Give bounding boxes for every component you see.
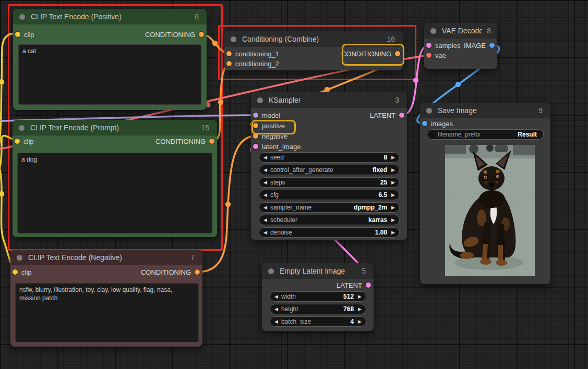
link-midpoint-dot-vae-decode-image-to-save-image[interactable] (455, 82, 461, 87)
increment-arrow-icon[interactable]: ▶ (391, 155, 395, 160)
increment-arrow-icon[interactable]: ▶ (391, 180, 395, 185)
widget-height[interactable]: ◀height768▶ (270, 304, 366, 314)
node-ksampler[interactable]: KSampler3modelpositivenegativelatent_ima… (251, 92, 407, 240)
vae-input-port[interactable] (426, 53, 431, 58)
node-clip-text-encode-positive[interactable]: CLIP Text Encode (Positive)6clipCONDITIO… (13, 9, 207, 110)
node-title: CLIP Text Encode (Positive) (31, 13, 122, 21)
link-midpoint-dot-clip-to-clip-text-encode-positive[interactable] (0, 79, 4, 84)
widget-name: control_after_generate (270, 166, 333, 174)
link-midpoint-dot-clip-to-clip-text-encode-negative[interactable] (0, 191, 4, 196)
node-status-dot (19, 125, 25, 131)
node-header[interactable]: Empty Latent Image5 (262, 263, 374, 279)
clip-input-port[interactable] (13, 269, 18, 275)
images-input-port[interactable] (422, 121, 427, 126)
node-save-image[interactable]: Save Image9imagesfilename_prefixResult (420, 103, 550, 284)
model-input-port[interactable] (253, 113, 258, 118)
prompt-textarea[interactable]: nsfw, blurry, illustration, toy, clay, l… (15, 283, 199, 342)
samples-input-port[interactable] (426, 43, 431, 48)
node-header[interactable]: CLIP Text Encode (Positive)6 (13, 9, 207, 24)
widget-denoise[interactable]: ◀denoise1.00▶ (259, 227, 400, 238)
latent-image-input-port[interactable] (253, 144, 258, 149)
decrement-arrow-icon[interactable]: ◀ (263, 168, 267, 173)
input-slot-label: samples (435, 42, 460, 50)
decrement-arrow-icon[interactable]: ◀ (263, 218, 267, 223)
widget-batch-size[interactable]: ◀batch_size4▶ (270, 316, 366, 327)
node-empty-latent-image[interactable]: Empty Latent Image5LATENT◀width512▶◀heig… (262, 263, 374, 331)
input-slot-label: conditioning_2 (235, 60, 279, 68)
node-clip-text-encode-negative[interactable]: CLIP Text Encode (Negative)7clipCONDITIO… (10, 250, 202, 347)
increment-arrow-icon[interactable]: ▶ (391, 193, 395, 198)
field-filename-prefix[interactable]: filename_prefixResult (427, 129, 544, 140)
increment-arrow-icon[interactable]: ▶ (358, 294, 362, 299)
widget-name: cfg (270, 191, 279, 199)
increment-arrow-icon[interactable]: ▶ (391, 230, 395, 235)
clip-input-port[interactable] (15, 139, 20, 144)
input-slot-label: clip (23, 138, 34, 145)
widget-steps[interactable]: ◀steps25▶ (259, 177, 400, 188)
conditioning-output-port[interactable] (195, 269, 200, 275)
node-header[interactable]: Save Image9 (420, 103, 550, 118)
prompt-textarea[interactable]: a dog (17, 153, 212, 233)
widget-control-after-generate[interactable]: ◀control_after_generatefixed▶ (259, 165, 400, 175)
output-slot-label: LATENT (370, 112, 395, 119)
decrement-arrow-icon[interactable]: ◀ (274, 294, 278, 299)
widget-cfg[interactable]: ◀cfg6.5▶ (259, 190, 400, 200)
latent-output-port[interactable] (399, 113, 404, 118)
increment-arrow-icon[interactable]: ▶ (358, 319, 362, 324)
input-slot-clip: clip (15, 30, 34, 39)
node-title: Save Image (438, 106, 477, 115)
decrement-arrow-icon[interactable]: ◀ (263, 180, 267, 185)
widget-value: dpmpp_2m (354, 204, 387, 211)
prompt-textarea[interactable]: a cat (18, 44, 201, 105)
decrement-arrow-icon[interactable]: ◀ (263, 205, 267, 210)
widget-name: batch_size (281, 318, 311, 325)
node-id-badge: 16 (387, 35, 395, 43)
node-id-badge: 3 (395, 96, 399, 104)
decrement-arrow-icon[interactable]: ◀ (263, 193, 267, 198)
node-id-badge: 5 (362, 267, 366, 275)
clip-input-port[interactable] (15, 32, 20, 37)
decrement-arrow-icon[interactable]: ◀ (274, 319, 278, 324)
increment-arrow-icon[interactable]: ▶ (358, 307, 362, 312)
node-title: Conditioning (Combine) (242, 35, 319, 43)
increment-arrow-icon[interactable]: ▶ (391, 218, 395, 223)
conditioning-output-port[interactable] (209, 139, 214, 144)
link-midpoint-dot-combine-conditioning-to-ksampler-positive[interactable] (325, 87, 330, 92)
node-header[interactable]: CLIP Text Encode (Negative)7 (10, 250, 202, 265)
decrement-arrow-icon[interactable]: ◀ (263, 155, 267, 160)
node-title: KSampler (269, 96, 301, 104)
link-midpoint-dot-negative-conditioning-to-ksampler[interactable] (225, 202, 231, 207)
node-graph-canvas[interactable]: CLIP Text Encode (Positive)6clipCONDITIO… (0, 0, 588, 369)
node-header[interactable]: CLIP Text Encode (Prompt)15 (13, 120, 217, 136)
increment-arrow-icon[interactable]: ▶ (391, 205, 395, 210)
widget-value: 4 (350, 318, 354, 325)
node-header[interactable]: VAE Decode8 (424, 23, 497, 39)
output-slot-label: LATENT (337, 281, 362, 289)
input-slot-clip: clip (15, 137, 34, 145)
latent-output-port[interactable] (366, 282, 371, 288)
node-vae-decode[interactable]: VAE Decode8samplesvaeIMAGE (424, 23, 497, 69)
output-slot-latent: LATENT (337, 281, 371, 289)
increment-arrow-icon[interactable]: ▶ (391, 168, 395, 173)
node-clip-text-encode-prompt[interactable]: CLIP Text Encode (Prompt)15clipCONDITION… (13, 120, 217, 237)
conditioning-output-port[interactable] (199, 32, 204, 37)
image-output-port[interactable] (489, 43, 495, 48)
input-slot-samples: samples (426, 41, 460, 50)
widget-name: height (281, 305, 298, 313)
node-header[interactable]: KSampler3 (251, 92, 407, 108)
widget-sampler-name[interactable]: ◀sampler_namedpmpp_2m▶ (259, 202, 400, 213)
output-slot-conditioning: CONDITIONING (145, 30, 204, 39)
widget-value: fixed (373, 166, 387, 174)
decrement-arrow-icon[interactable]: ◀ (263, 230, 267, 235)
output-slot-conditioning: CONDITIONING (155, 137, 214, 145)
decrement-arrow-icon[interactable]: ◀ (274, 307, 278, 312)
node-id-badge: 15 (201, 124, 209, 132)
conditioning-2-input-port[interactable] (226, 61, 232, 66)
widget-scheduler[interactable]: ◀schedulerkarras▶ (259, 215, 400, 225)
input-slot-label: clip (24, 31, 34, 39)
input-slot-model: model (253, 111, 280, 119)
conditioning-1-input-port[interactable] (226, 51, 232, 56)
widget-width[interactable]: ◀width512▶ (270, 291, 366, 302)
widget-seed[interactable]: ◀seed8▶ (259, 152, 400, 163)
input-slot-conditioning-1: conditioning_1 (226, 50, 279, 58)
